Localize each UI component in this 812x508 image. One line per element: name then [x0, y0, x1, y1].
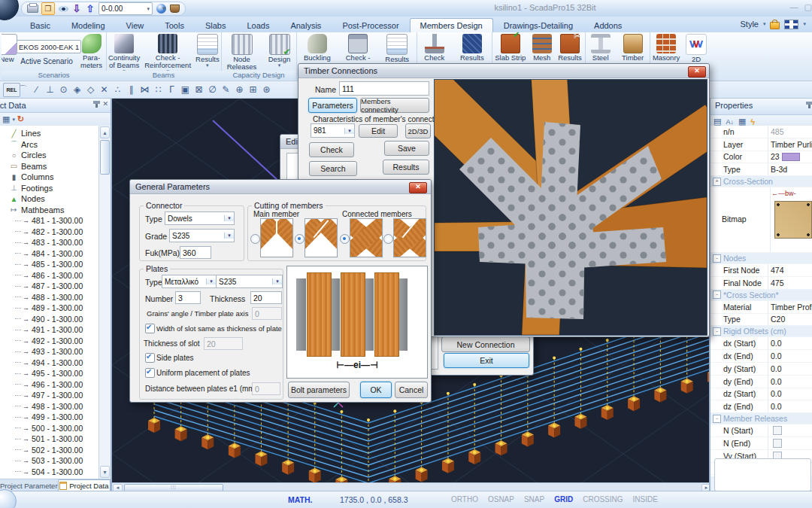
connected-cut-radio-1[interactable] — [340, 234, 350, 244]
ribbon-capacity-design[interactable]: Design▾ — [266, 34, 293, 68]
expand-icon[interactable]: - — [713, 415, 721, 423]
maximize-button[interactable]: ▢ — [804, 2, 812, 12]
connected-cut-image-2[interactable] — [393, 218, 426, 257]
endpoint-snap-icon[interactable]: ◇ — [84, 84, 97, 96]
tab-modeling[interactable]: Modeling — [61, 18, 116, 32]
toggle-inside[interactable]: INSIDE — [633, 495, 658, 503]
tab-basic[interactable]: Basic — [20, 18, 61, 32]
tab-view[interactable]: View — [116, 18, 155, 32]
tree-scrollbar[interactable]: ▲ ▼ — [98, 126, 111, 479]
property-row[interactable]: dz (End) 0.0 ←— — [710, 400, 812, 413]
mathbeam-item[interactable]: →482 - 1-300.00 — [0, 227, 98, 238]
toggle-ortho[interactable]: ORTHO — [451, 495, 478, 503]
center-snap-icon[interactable]: ⊙ — [57, 84, 70, 96]
fuk-input[interactable]: 360 — [180, 246, 211, 259]
selection-box-icon[interactable]: ▣ — [179, 84, 192, 96]
ribbon-slab-strip[interactable]: Slab Strip — [492, 34, 528, 62]
members-connectivity-button[interactable]: Members connectivity — [360, 98, 429, 113]
scroll-thumb[interactable] — [100, 140, 110, 175]
midpoint-snap-icon[interactable]: ◈ — [71, 84, 83, 96]
main-cut-image-1[interactable] — [260, 218, 293, 257]
new-connection-button[interactable]: New Connection — [441, 336, 530, 352]
close-icon[interactable]: ✕ — [688, 66, 706, 78]
visibility-eye-icon[interactable] — [58, 3, 68, 14]
intersection-snap-icon[interactable]: ✕ — [98, 84, 111, 96]
mathbeam-item[interactable]: →504 - 1-300.00 — [0, 467, 98, 478]
connected-cut-image-1[interactable] — [350, 218, 383, 257]
mathbeam-item[interactable]: →485 - 1-300.00 — [0, 259, 98, 270]
math-mode-indicator[interactable]: MATH. — [288, 495, 312, 504]
plate-number-input[interactable]: 3 — [175, 291, 201, 304]
mathbeam-item[interactable]: →489 - 1-300.00 — [0, 303, 98, 314]
ribbon-masonry[interactable]: Masonry — [650, 34, 682, 62]
search-button[interactable]: Search — [309, 161, 357, 176]
property-row[interactable]: dz (Start) 0.0 ←— — [710, 388, 812, 401]
tab-project-data[interactable]: Project Data — [58, 479, 111, 491]
property-type[interactable]: Type B-3d ←— — [710, 163, 812, 176]
property-row[interactable]: dx (Start) 0.0 ←— — [710, 337, 812, 350]
tab-members-design[interactable]: Members Design — [410, 18, 493, 32]
property-row[interactable]: dx (End) 0.0 ←— — [710, 350, 812, 363]
rel-toggle[interactable]: REL — [3, 83, 20, 97]
expand-icon[interactable]: + — [713, 178, 721, 186]
edit-button[interactable]: Edit — [359, 124, 398, 138]
2d3d-button[interactable]: 2D/3D — [405, 123, 431, 138]
node-snap-icon[interactable]: ∷ — [152, 84, 165, 96]
parameters-button[interactable]: Parameters — [308, 98, 357, 113]
property-material[interactable]: Material Timber Profi.. ←— — [710, 301, 812, 314]
ribbon-columns-check[interactable]: Check - — [344, 34, 373, 62]
mathbeam-item[interactable]: →497 - 1-300.00 — [0, 390, 98, 401]
active-tool-icon[interactable]: ❒ — [41, 2, 55, 15]
tab-post-processor[interactable]: Post-Processor — [332, 18, 409, 32]
level-up-icon[interactable]: ⇧ — [85, 3, 95, 14]
checkbox[interactable] — [773, 426, 782, 435]
mathbeam-item[interactable]: →484 - 1-300.00 — [0, 248, 98, 260]
ribbon-footings-check[interactable]: Check — [422, 34, 447, 62]
lightning-icon[interactable]: ϟ — [750, 117, 755, 126]
connector-type-combo[interactable]: Dowels▾ — [165, 211, 235, 225]
lock-snap-icon[interactable]: ∅ — [206, 84, 219, 96]
connected-cut-radio-2[interactable] — [383, 234, 393, 244]
ribbon-steel[interactable]: Steel — [589, 34, 613, 62]
property-row[interactable]: dy (End) 0.0 ←— — [710, 376, 812, 388]
toggle-crossing[interactable]: CROSSING — [583, 495, 623, 503]
ribbon-footings-results[interactable]: Results — [458, 34, 486, 62]
mathbeam-item[interactable]: →494 - 1-300.00 — [0, 357, 98, 369]
checkbox[interactable] — [773, 439, 782, 448]
property-color[interactable]: Color 23 ←— — [710, 151, 812, 164]
tab-addons[interactable]: Addons — [583, 18, 632, 32]
material-cup-icon[interactable] — [169, 3, 180, 14]
mathbeam-item[interactable]: →486 - 1-300.00 — [0, 270, 98, 281]
language-flag-icon[interactable] — [784, 20, 798, 29]
tree-lines[interactable]: ╱ Lines — [0, 128, 98, 139]
scroll-up-icon[interactable]: ▲ — [100, 126, 110, 138]
main-cut-radio-2[interactable] — [295, 234, 304, 244]
section-cross-section[interactable]: + Cross-Section ←— — [710, 176, 812, 187]
toggle-snap[interactable]: SNAP — [524, 495, 544, 503]
connection-3d-preview[interactable] — [434, 79, 707, 336]
active-scenario-combo[interactable]: EKOS 2000-EAK 1 (C▾ — [17, 40, 81, 53]
property-nn[interactable]: n/n 485 ←— — [710, 126, 812, 138]
property-final-node[interactable]: Final Node 475 ←— — [710, 277, 812, 290]
tree-beams[interactable]: ▭ Beams — [0, 161, 98, 172]
tab-loads[interactable]: Loads — [236, 18, 280, 32]
results-button[interactable]: Results — [383, 160, 429, 175]
lock-icon[interactable] — [770, 22, 780, 29]
print-icon[interactable] — [27, 3, 38, 14]
sort-az-icon[interactable]: A↓ — [726, 118, 734, 126]
mathbeam-item[interactable]: →487 - 1-300.00 — [0, 281, 98, 292]
section-nodes[interactable]: - Nodes ←— — [710, 253, 812, 264]
ribbon-2d[interactable]: 2D — [683, 34, 709, 63]
nearest-snap-icon[interactable]: ∴ — [111, 84, 124, 96]
zoom-extents-icon[interactable]: ⊞ — [247, 84, 259, 96]
section-member-releases[interactable]: - Member Releases ←— — [710, 413, 812, 424]
tree-footings[interactable]: ⊥ Footings — [0, 183, 98, 194]
property-row[interactable]: N (End) ←— — [710, 437, 812, 450]
property-bitmap[interactable]: Bitmap ←—bw- — [710, 187, 812, 253]
ribbon-check-reinforcement[interactable]: Check - Reinforcement▾ — [142, 34, 193, 74]
ribbon-buckling[interactable]: Buckling — [301, 34, 333, 62]
ribbon-parameters[interactable]: Para- meters — [78, 34, 105, 69]
member-id-combo[interactable]: 981▾ — [311, 123, 355, 138]
mathbeam-item[interactable]: →501 - 1-300.00 — [0, 433, 98, 445]
check-button[interactable]: Check — [309, 142, 354, 157]
